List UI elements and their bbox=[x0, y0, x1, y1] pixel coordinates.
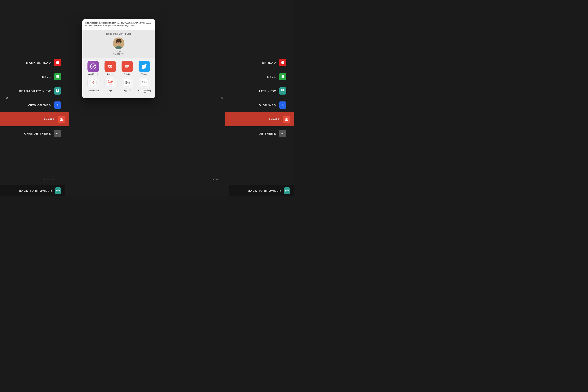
r-menu-mark-unread: UNREAD bbox=[229, 56, 290, 70]
right-menu-panel: UNREAD SAVE LITY VIEW V ON WEB SHARE bbox=[229, 0, 294, 196]
svg-marker-35 bbox=[282, 75, 284, 78]
menu-item-readability[interactable]: READABILITY VIEW bbox=[4, 84, 65, 98]
menu-item-change-theme[interactable]: CHANGE THEME Aa bbox=[4, 126, 65, 140]
app-copy-link[interactable]: Copy Link bbox=[120, 77, 135, 94]
share-url-bar: http://solidot.org.feedsportal.com/c/332… bbox=[82, 19, 155, 30]
app-clips[interactable]: Clips bbox=[102, 77, 118, 94]
svg-rect-17 bbox=[125, 65, 130, 66]
bottom-link-right: aeon.co bbox=[212, 178, 221, 181]
back-to-browser-left[interactable]: BACK TO BROWSER bbox=[0, 185, 65, 196]
view-web-icon bbox=[54, 102, 61, 109]
todoist-icon bbox=[122, 61, 133, 72]
svg-marker-1 bbox=[56, 75, 59, 78]
todoist-label: Todoist bbox=[124, 73, 130, 76]
menu-item-save[interactable]: SAVE bbox=[4, 70, 65, 84]
reading-list-icon bbox=[138, 77, 150, 88]
pocket-icon bbox=[104, 61, 116, 72]
menu-item-mark-unread[interactable]: MARK UNREAD bbox=[4, 56, 65, 70]
pocket-label: Pocket bbox=[107, 73, 113, 76]
change-theme-icon: Aa bbox=[54, 130, 61, 137]
svg-rect-3 bbox=[58, 90, 59, 91]
r-menu-theme: GE THEME Aa bbox=[229, 126, 290, 140]
omnifocus-icon bbox=[88, 61, 99, 72]
safari-icon bbox=[88, 77, 99, 88]
airdrop-device-type: MacBook Pro bbox=[113, 53, 124, 55]
app-twitter[interactable]: Twitter bbox=[137, 61, 152, 76]
copy-link-icon bbox=[122, 77, 133, 88]
r-share-icon bbox=[283, 116, 290, 123]
r-readability-icon bbox=[279, 87, 286, 94]
twitter-icon bbox=[138, 61, 150, 72]
back-to-browser-right: BACK TO BROWSER bbox=[229, 185, 294, 196]
r-view-web-icon bbox=[279, 102, 286, 109]
svg-rect-37 bbox=[283, 90, 284, 91]
clips-label: Clips bbox=[108, 90, 112, 92]
svg-point-34 bbox=[281, 61, 284, 64]
readability-icon bbox=[54, 87, 61, 94]
omnifocus-label: OmniFocus bbox=[88, 73, 98, 76]
svg-point-0 bbox=[56, 61, 59, 64]
svg-rect-5 bbox=[56, 92, 58, 92]
svg-point-16 bbox=[90, 64, 96, 69]
reading-list-label: Add to Reading List bbox=[137, 90, 152, 94]
svg-rect-4 bbox=[56, 91, 59, 92]
r-menu-view-web: V ON WEB bbox=[229, 98, 290, 112]
avatar bbox=[113, 38, 124, 49]
svg-rect-31 bbox=[141, 79, 148, 86]
svg-rect-2 bbox=[56, 90, 58, 91]
clips-icon bbox=[104, 77, 116, 88]
save-icon bbox=[54, 73, 61, 80]
apps-row-1: OmniFocus Pocket bbox=[85, 61, 152, 76]
mark-unread-icon bbox=[54, 59, 61, 66]
svg-rect-19 bbox=[125, 67, 128, 68]
back-browser-icon-right bbox=[284, 188, 290, 194]
apps-section: OmniFocus Pocket bbox=[82, 58, 155, 98]
share-popup: http://solidot.org.feedsportal.com/c/332… bbox=[82, 19, 155, 98]
close-button-right: × bbox=[220, 95, 223, 101]
app-todoist[interactable]: Todoist bbox=[120, 61, 135, 76]
copy-link-label: Copy Link bbox=[123, 90, 131, 92]
left-menu-panel: MARK UNREAD SAVE READABILITY VIEW VIEW O… bbox=[0, 0, 65, 196]
svg-point-10 bbox=[116, 40, 118, 43]
app-pocket[interactable]: Pocket bbox=[102, 61, 118, 76]
safari-label: Open in Safari bbox=[87, 90, 99, 92]
airdrop-device[interactable]: Hum MacBook Pro bbox=[85, 38, 152, 55]
app-safari[interactable]: Open in Safari bbox=[86, 77, 101, 94]
airdrop-label: Tap to share with AirDrop bbox=[85, 32, 152, 35]
airdrop-device-name: Hum bbox=[113, 50, 124, 53]
r-menu-save: SAVE bbox=[229, 70, 290, 84]
r-menu-readability: LITY VIEW bbox=[229, 84, 290, 98]
airdrop-section[interactable]: Tap to share with AirDrop bbox=[82, 30, 155, 58]
svg-rect-18 bbox=[125, 66, 130, 67]
svg-rect-36 bbox=[281, 90, 282, 91]
back-browser-icon-left bbox=[55, 188, 61, 194]
r-save-icon bbox=[279, 73, 286, 80]
apps-row-2: Open in Safari Clips bbox=[85, 77, 152, 94]
bottom-link-left: aeon.co bbox=[44, 178, 54, 181]
r-theme-icon: Aa bbox=[279, 130, 286, 137]
svg-point-11 bbox=[120, 40, 122, 43]
menu-item-view-web[interactable]: VIEW ON WEB bbox=[4, 98, 65, 112]
close-button-left[interactable]: × bbox=[6, 95, 9, 101]
share-icon bbox=[58, 116, 65, 123]
app-omnifocus[interactable]: OmniFocus bbox=[86, 61, 101, 76]
menu-item-share[interactable]: SHARE bbox=[0, 112, 69, 126]
r-mark-unread-icon bbox=[279, 59, 286, 66]
twitter-label: Twitter bbox=[142, 73, 147, 76]
app-reading-list[interactable]: Add to Reading List bbox=[137, 77, 152, 94]
r-menu-share: SHARE bbox=[225, 112, 294, 126]
